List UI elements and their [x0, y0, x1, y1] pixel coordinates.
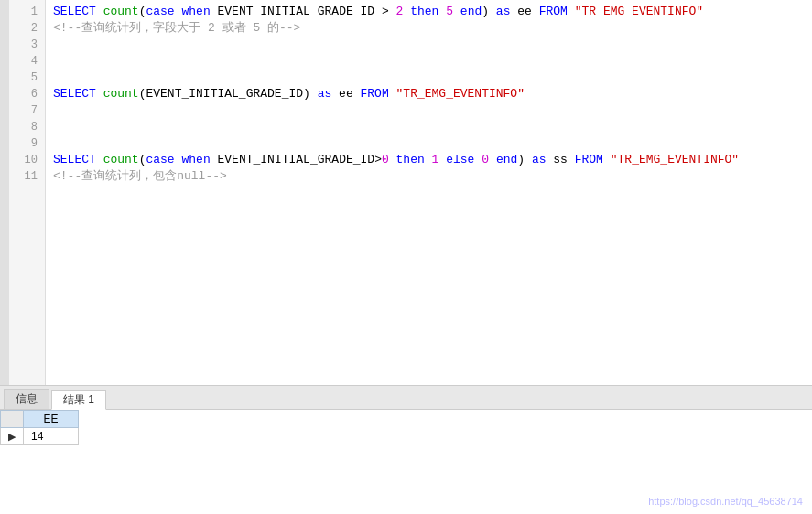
line-number: 6	[9, 86, 45, 102]
code-token-kw: SELECT	[53, 87, 96, 101]
code-token-num: 5	[446, 5, 453, 18]
code-token-plain	[425, 153, 432, 166]
line-number: 7	[9, 102, 45, 119]
tab-信息[interactable]: 信息	[4, 389, 49, 409]
code-token-kw: when	[181, 153, 210, 166]
code-token-str: "TR_EMG_EVENTINFO"	[396, 87, 525, 101]
code-token-plain	[603, 153, 611, 166]
line-number: 3	[9, 37, 45, 53]
code-token-str: "TR_EMG_EVENTINFO"	[611, 153, 739, 166]
watermark: https://blog.csdn.net/qq_45638714	[648, 496, 803, 507]
code-token-fn: count	[103, 153, 139, 166]
code-token-plain	[568, 5, 575, 18]
code-line	[53, 119, 805, 135]
tab-结果-1[interactable]: 结果 1	[51, 390, 106, 410]
code-token-plain: )	[482, 5, 496, 18]
line-numbers: 1234567891011	[9, 0, 46, 385]
code-token-plain	[389, 153, 396, 166]
code-line: SELECT count(case when EVENT_INITIAL_GRA…	[53, 4, 805, 20]
code-area[interactable]: SELECT count(case when EVENT_INITIAL_GRA…	[46, 0, 812, 385]
code-token-kw: then	[396, 153, 425, 166]
table-row: ▶14	[1, 428, 79, 445]
code-token-cmt: <!--查询统计列，包含null-->	[53, 169, 227, 183]
code-token-num: 0	[382, 153, 389, 166]
code-token-kw: SELECT	[53, 5, 96, 18]
code-token-kw: end	[496, 153, 517, 166]
code-token-cmt: <!--查询统计列，字段大于 2 或者 5 的-->	[53, 21, 300, 35]
code-line	[53, 53, 805, 70]
code-line	[53, 37, 805, 53]
code-token-kw: then	[410, 5, 438, 18]
code-token-plain	[453, 5, 460, 18]
code-token-kw: case	[146, 5, 174, 18]
code-token-fn: count	[103, 5, 139, 18]
code-token-plain: (EVENT_INITIAL_GRADE_ID)	[139, 87, 318, 101]
code-token-kw: end	[460, 5, 482, 18]
tabs-bar: 信息结果 1	[0, 386, 812, 410]
code-token-plain	[96, 87, 103, 101]
code-line: <!--查询统计列，字段大于 2 或者 5 的-->	[53, 20, 805, 37]
line-number: 4	[9, 53, 45, 70]
code-token-kw: FROM	[575, 153, 603, 166]
left-scrollbar	[0, 0, 9, 385]
code-token-kw: else	[446, 153, 474, 166]
line-number: 8	[9, 119, 45, 135]
code-token-kw: FROM	[539, 5, 568, 18]
code-token-plain: ee	[331, 87, 360, 101]
table-corner	[1, 411, 24, 428]
code-line	[53, 135, 805, 152]
editor-area: 1234567891011 SELECT count(case when EVE…	[0, 0, 812, 386]
line-number: 9	[9, 135, 45, 152]
code-token-kw: case	[146, 153, 174, 166]
code-token-kw: SELECT	[53, 153, 96, 166]
bottom-panel: 信息结果 1 EE▶14	[0, 386, 812, 514]
table-header-ee: EE	[24, 411, 79, 428]
code-token-plain: ss	[547, 153, 575, 166]
code-token-plain: EVENT_INITIAL_GRADE_ID >	[211, 5, 396, 18]
code-token-plain	[403, 5, 410, 18]
code-line	[53, 70, 805, 86]
code-token-kw: as	[318, 87, 332, 101]
code-token-kw: when	[181, 5, 210, 18]
code-token-kw: as	[532, 153, 547, 166]
code-token-kw: FROM	[361, 87, 389, 101]
code-token-plain: )	[517, 153, 532, 166]
code-line: SELECT count(case when EVENT_INITIAL_GRA…	[53, 152, 805, 168]
table-cell: 14	[24, 428, 79, 445]
code-token-kw: as	[496, 5, 511, 18]
code-token-plain	[96, 153, 103, 166]
code-token-plain	[489, 153, 496, 166]
code-line: SELECT count(EVENT_INITIAL_GRADE_ID) as …	[53, 86, 805, 102]
code-token-fn: count	[103, 87, 139, 101]
code-line	[53, 102, 805, 119]
line-number: 11	[9, 168, 45, 185]
line-number: 10	[9, 152, 45, 168]
results-table: EE▶14	[0, 410, 79, 445]
code-token-str: "TR_EMG_EVENTINFO"	[575, 5, 703, 18]
line-number: 5	[9, 70, 45, 86]
code-token-plain	[96, 5, 103, 18]
line-number: 2	[9, 20, 45, 37]
code-token-num: 0	[482, 153, 489, 166]
code-token-plain	[389, 87, 396, 101]
line-number: 1	[9, 4, 45, 20]
code-token-plain: ee	[510, 5, 538, 18]
code-line: <!--查询统计列，包含null-->	[53, 168, 805, 185]
code-token-plain: EVENT_INITIAL_GRADE_ID>	[211, 153, 382, 166]
row-indicator: ▶	[1, 428, 24, 445]
